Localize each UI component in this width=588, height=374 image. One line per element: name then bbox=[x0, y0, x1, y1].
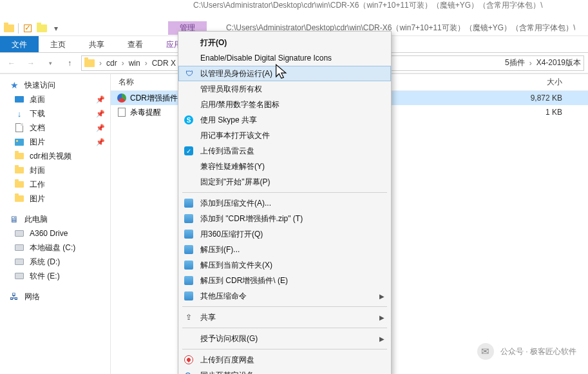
back-button[interactable]: ← bbox=[4, 55, 19, 71]
chevron-right-icon: ▶ bbox=[379, 335, 384, 342]
fold-icon bbox=[14, 193, 24, 204]
sidebar-item[interactable]: 下载📌 bbox=[0, 106, 110, 121]
file-size: 9,872 KB bbox=[485, 94, 588, 103]
menu-item[interactable]: 固定到"开始"屏幕(P) bbox=[178, 174, 391, 190]
qat-dropdown-icon[interactable]: ▾ bbox=[51, 23, 61, 34]
zip-icon bbox=[184, 229, 194, 239]
sidebar-item[interactable]: 工作 bbox=[0, 177, 110, 192]
menu-item[interactable]: 添加到压缩文件(A)... bbox=[178, 195, 391, 211]
quick-access-toolbar: ▾ bbox=[0, 23, 65, 34]
menu-item[interactable]: 兼容性疑难解答(Y) bbox=[178, 159, 391, 174]
quick-access-label: 快速访问 bbox=[24, 80, 55, 91]
file-icon bbox=[116, 94, 128, 103]
menu-item[interactable]: 用360压缩打开(Q) bbox=[178, 226, 391, 242]
baidu-icon bbox=[184, 355, 194, 365]
menu-item-label: 添加到 "CDR增强插件.zip" (T) bbox=[200, 213, 303, 224]
sidebar-item[interactable]: 图片📌 bbox=[0, 135, 110, 149]
column-size[interactable]: 大小 bbox=[485, 77, 588, 88]
xunlei-icon: ✓ bbox=[184, 146, 194, 156]
pin-icon: 📌 bbox=[96, 95, 105, 104]
sidebar-item[interactable]: 软件 (E:) bbox=[0, 269, 110, 283]
sidebar-item[interactable]: A360 Drive bbox=[0, 226, 110, 241]
menu-item[interactable]: Enable/Disable Digital Signature Icons bbox=[178, 50, 391, 66]
sidebar-item[interactable]: 封面 bbox=[0, 163, 110, 177]
folder-icon[interactable] bbox=[4, 23, 14, 34]
menu-separator bbox=[182, 192, 387, 193]
menu-item[interactable]: 管理员取得所有权 bbox=[178, 81, 391, 97]
chevron-right-icon[interactable]: › bbox=[527, 59, 534, 68]
skype-icon: S bbox=[184, 115, 194, 125]
menu-item[interactable]: 授予访问权限(G)▶ bbox=[178, 331, 391, 346]
pin-icon: 📌 bbox=[96, 138, 105, 146]
tab-share[interactable]: 共享 bbox=[77, 36, 116, 52]
sidebar-item[interactable]: 图片 bbox=[0, 192, 110, 206]
zip-icon bbox=[184, 260, 194, 270]
sidebar-item-label: 系统 (D:) bbox=[30, 257, 60, 268]
sidebar-item-label: 本地磁盘 (C:) bbox=[30, 242, 75, 253]
tab-file[interactable]: 文件 bbox=[0, 36, 39, 52]
chevron-right-icon[interactable]: › bbox=[97, 59, 104, 68]
properties-checkbox-icon[interactable] bbox=[23, 23, 33, 34]
menu-item[interactable]: ⇪共享▶ bbox=[178, 310, 391, 325]
menu-item[interactable]: 解压到 CDR增强插件\ (E) bbox=[178, 273, 391, 288]
menu-separator bbox=[182, 306, 387, 307]
file-size: 1 KB bbox=[485, 108, 588, 117]
this-pc-label: 此电脑 bbox=[24, 214, 48, 225]
fold-icon bbox=[14, 165, 24, 175]
menu-item[interactable]: 打开(O) bbox=[178, 35, 391, 50]
menu-item[interactable]: S使用 Skype 共享 bbox=[178, 112, 391, 128]
obscured-path-text: C:\Users\Administrator\Desktop\cdr\win\C… bbox=[0, 0, 588, 21]
disk-icon bbox=[14, 257, 24, 267]
menu-item-label: 授予访问权限(G) bbox=[200, 333, 258, 344]
menu-item[interactable]: 解压到(F)... bbox=[178, 242, 391, 257]
tab-home[interactable]: 主页 bbox=[39, 36, 77, 52]
quick-access-header[interactable]: ★ 快速访问 bbox=[0, 78, 110, 92]
chevron-right-icon: ▶ bbox=[379, 293, 384, 300]
this-pc-header[interactable]: 🖥 此电脑 bbox=[0, 212, 110, 226]
menu-item-label: 上传到百度网盘 bbox=[200, 355, 254, 366]
breadcrumb-segment[interactable]: CDR X bbox=[152, 59, 176, 68]
new-folder-icon[interactable] bbox=[37, 23, 47, 34]
menu-item[interactable]: 用记事本打开该文件 bbox=[178, 128, 391, 143]
menu-item[interactable]: 其他压缩命令▶ bbox=[178, 288, 391, 304]
pc-icon: 🖥 bbox=[9, 214, 19, 224]
menu-item[interactable]: 启用/禁用数字签名图标 bbox=[178, 97, 391, 112]
chevron-right-icon[interactable]: › bbox=[120, 59, 126, 68]
sidebar-item[interactable]: 本地磁盘 (C:) bbox=[0, 241, 110, 255]
sidebar-item[interactable]: 文档📌 bbox=[0, 121, 110, 135]
context-menu: 打开(O)Enable/Disable Digital Signature Ic… bbox=[178, 31, 392, 374]
menu-item[interactable]: 添加到 "CDR增强插件.zip" (T) bbox=[178, 211, 391, 226]
menu-item[interactable]: 上传到百度网盘 bbox=[178, 352, 391, 368]
menu-separator bbox=[182, 349, 387, 349]
watermark: ✉ 公众号 · 极客匠心软件 bbox=[477, 343, 576, 360]
menu-item[interactable]: ✓上传到迅雷云盘 bbox=[178, 143, 391, 159]
sidebar-item[interactable]: cdr相关视频 bbox=[0, 149, 110, 163]
up-button[interactable]: ↑ bbox=[62, 55, 77, 71]
sidebar-item-label: 工作 bbox=[30, 179, 45, 190]
forward-button[interactable]: → bbox=[23, 55, 39, 71]
network-header[interactable]: 🖧 网络 bbox=[0, 290, 110, 304]
breadcrumb-segment[interactable]: win bbox=[129, 59, 140, 68]
network-icon: 🖧 bbox=[9, 291, 19, 302]
recent-locations-dropdown[interactable]: ▾ bbox=[43, 55, 58, 71]
breadcrumb-segment[interactable]: cdr bbox=[106, 59, 117, 68]
pin-icon: 📌 bbox=[96, 110, 105, 118]
menu-item[interactable]: ⟳同步至其它设备 bbox=[178, 368, 391, 374]
breadcrumb-segment[interactable]: X4-2019版本 bbox=[536, 57, 581, 68]
menu-item[interactable]: 🛡以管理员身份运行(A) bbox=[178, 66, 391, 81]
menu-item[interactable]: 解压到当前文件夹(X) bbox=[178, 257, 391, 273]
sidebar-item-label: 图片 bbox=[30, 193, 45, 204]
chevron-right-icon[interactable]: › bbox=[143, 59, 149, 68]
tab-view[interactable]: 查看 bbox=[116, 36, 155, 52]
sidebar-item[interactable]: 系统 (D:) bbox=[0, 255, 110, 269]
zip-icon bbox=[184, 275, 194, 286]
breadcrumb-segment-partial[interactable]: 5插件 bbox=[505, 57, 525, 68]
fold-icon bbox=[14, 179, 24, 190]
menu-item-label: 共享 bbox=[200, 312, 216, 323]
navigation-pane: ★ 快速访问 桌面📌下载📌文档📌图片📌cdr相关视频封面工作图片 🖥 此电脑 A… bbox=[0, 74, 111, 374]
sidebar-item[interactable]: 桌面📌 bbox=[0, 92, 110, 106]
watermark-label: 公众号 · 极客匠心软件 bbox=[500, 346, 576, 357]
sidebar-item-label: cdr相关视频 bbox=[30, 151, 71, 162]
sidebar-item-label: 下载 bbox=[30, 108, 45, 119]
menu-item-label: 解压到 CDR增强插件\ (E) bbox=[200, 275, 288, 286]
